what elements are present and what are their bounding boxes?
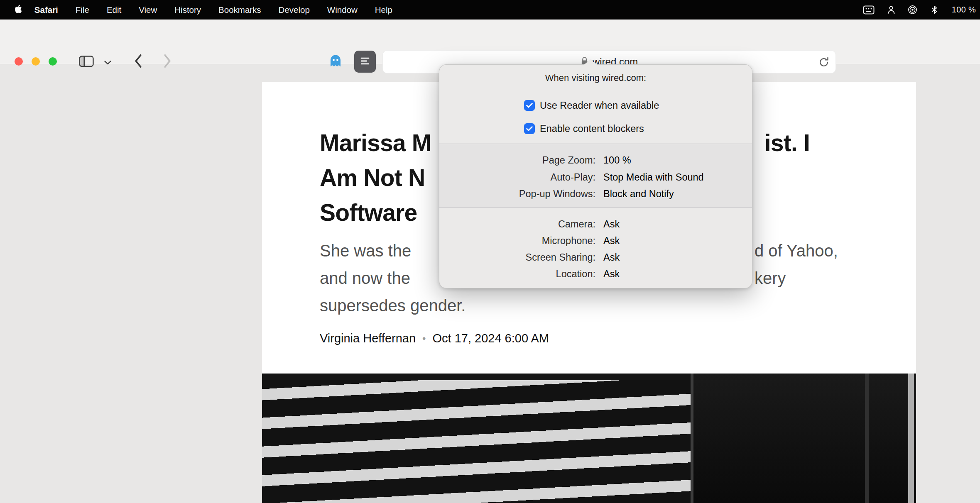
setting-label: Auto-Play: [439, 169, 595, 186]
popup-windows-value[interactable]: Block and Notify [603, 186, 674, 202]
chevron-right-icon [164, 54, 171, 70]
author-name[interactable]: Virginia Heffernan [320, 332, 416, 345]
permission-label: Screen Sharing: [439, 249, 595, 266]
sidebar-toggle-button[interactable] [75, 54, 98, 71]
menu-view[interactable]: View [130, 0, 166, 20]
setting-label: Pop-up Windows: [439, 186, 595, 202]
divider [439, 144, 752, 144]
website-settings-popover: When visiting wired.com: Use Reader when… [439, 64, 752, 288]
menu-bar-status-area: 100 % [863, 5, 980, 15]
menu-help[interactable]: Help [366, 0, 401, 20]
setting-label: Page Zoom: [439, 152, 595, 168]
popover-title: When visiting wired.com: [439, 71, 752, 85]
auto-play-row: Auto-Play: Stop Media with Sound [439, 169, 752, 186]
headline-fragment: Marissa M [320, 125, 431, 160]
subhead-fragment: and now the [320, 266, 410, 290]
menu-bookmarks[interactable]: Bookmarks [210, 0, 270, 20]
enable-content-blockers-checkbox[interactable] [524, 123, 535, 134]
article-byline: Virginia Heffernan • Oct 17, 2024 6:00 A… [320, 332, 549, 345]
permission-label: Camera: [439, 216, 595, 232]
apple-menu[interactable] [15, 5, 22, 15]
auto-play-value[interactable]: Stop Media with Sound [603, 169, 704, 186]
forward-button[interactable] [161, 54, 174, 70]
use-reader-checkbox[interactable] [524, 100, 535, 111]
subhead-fragment: kery [755, 266, 786, 290]
apple-icon [15, 5, 22, 15]
headline-fragment: Software [320, 195, 417, 230]
popover-arrow [583, 59, 598, 65]
menu-bar: Safari File Edit View History Bookmarks … [0, 0, 980, 20]
zoom-window-button[interactable] [49, 57, 57, 66]
chevron-left-icon [135, 54, 142, 70]
bluetooth-icon[interactable] [930, 5, 939, 15]
location-value[interactable]: Ask [603, 266, 620, 282]
headline-fragment: ist. I [764, 125, 810, 160]
location-row: Location: Ask [439, 266, 752, 282]
chevron-down-icon [104, 59, 111, 66]
menu-edit[interactable]: Edit [98, 0, 130, 20]
camera-row: Camera: Ask [439, 216, 752, 232]
document-lines-icon [359, 55, 371, 69]
sidebar-options-chevron[interactable] [103, 59, 112, 66]
reader-option-row: Use Reader when available [439, 98, 752, 113]
reload-button[interactable] [818, 56, 830, 70]
permission-label: Microphone: [439, 232, 595, 249]
divider [439, 208, 752, 208]
battery-percentage[interactable]: 100 % [952, 5, 976, 15]
reader-extension-button[interactable] [354, 51, 376, 73]
screen-sharing-row: Screen Sharing: Ask [439, 249, 752, 266]
back-button[interactable] [132, 54, 145, 70]
browser-toolbar: wired.com [0, 20, 980, 64]
hero-image-stripes [262, 374, 691, 503]
airdrop-icon[interactable] [908, 5, 917, 15]
headline-fragment: Am Not N [320, 160, 425, 195]
menu-history[interactable]: History [166, 0, 210, 20]
sidebar-icon [79, 56, 94, 69]
subhead-fragment: d of Yahoo, [755, 239, 838, 262]
checkbox-label: Use Reader when available [540, 98, 659, 113]
page-zoom-value[interactable]: 100 % [603, 152, 631, 168]
content-blockers-option-row: Enable content blockers [439, 121, 752, 136]
ghost-icon [328, 54, 343, 70]
page-zoom-row: Page Zoom: 100 % [439, 152, 752, 168]
camera-value[interactable]: Ask [603, 216, 620, 232]
menu-develop[interactable]: Develop [270, 0, 318, 20]
subhead-fragment: She was the [320, 239, 411, 262]
microphone-value[interactable]: Ask [603, 232, 620, 249]
subhead-fragment: supersedes gender. [320, 294, 466, 317]
minimize-window-button[interactable] [32, 57, 40, 66]
popup-windows-row: Pop-up Windows: Block and Notify [439, 186, 752, 202]
byline-separator: • [422, 333, 426, 344]
screen-sharing-value[interactable]: Ask [603, 249, 620, 266]
menu-window[interactable]: Window [318, 0, 366, 20]
menu-file[interactable]: File [67, 0, 98, 20]
hero-image-dark-panel [691, 374, 916, 503]
microphone-row: Microphone: Ask [439, 232, 752, 249]
close-window-button[interactable] [15, 57, 23, 66]
article-hero-image [262, 374, 916, 503]
menu-extra-icon[interactable] [887, 5, 895, 15]
keyboard-input-icon[interactable] [863, 5, 875, 15]
permission-label: Location: [439, 266, 595, 282]
publish-date: Oct 17, 2024 6:00 AM [433, 332, 549, 345]
ghostery-extension-button[interactable] [327, 54, 344, 70]
menu-safari[interactable]: Safari [26, 0, 67, 20]
checkbox-label: Enable content blockers [540, 121, 644, 136]
